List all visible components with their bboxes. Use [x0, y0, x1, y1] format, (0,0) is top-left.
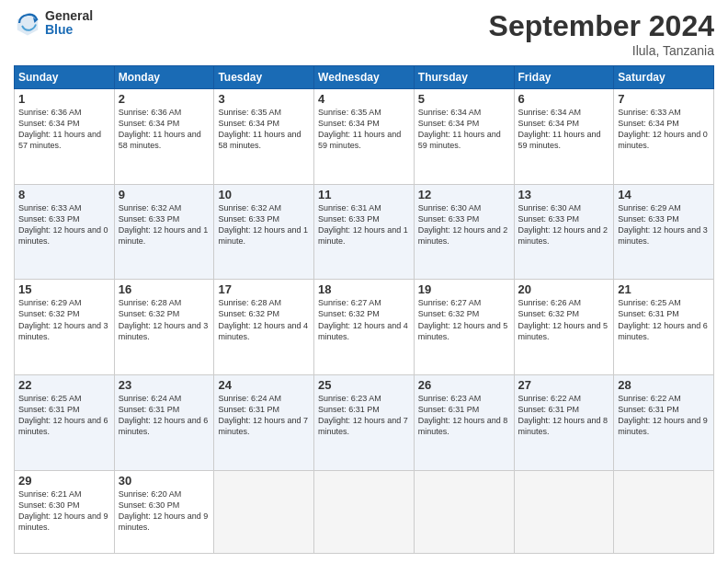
day-18-daylight: Daylight: 12 hours and 4 minutes.: [318, 321, 408, 341]
logo-blue-text: Blue: [45, 23, 93, 37]
day-info-16: Sunrise: 6:28 AM Sunset: 6:32 PM Dayligh…: [119, 297, 210, 342]
week-4-row: 22 Sunrise: 6:25 AM Sunset: 6:31 PM Dayl…: [15, 374, 714, 470]
day-26-sunrise: Sunrise: 6:23 AM: [418, 394, 482, 403]
day-13-sunrise: Sunrise: 6:30 AM: [518, 203, 582, 213]
day-number-2: 2: [119, 92, 210, 106]
header-monday: Monday: [114, 66, 214, 89]
day-number-16: 16: [119, 282, 210, 296]
day-number-13: 13: [518, 188, 610, 201]
day-26-daylight: Daylight: 12 hours and 8 minutes.: [418, 416, 508, 436]
day-25-sunset: Sunset: 6:31 PM: [318, 405, 380, 414]
day-14-daylight: Daylight: 12 hours and 3 minutes.: [618, 225, 708, 246]
week-2-row: 8 Sunrise: 6:33 AM Sunset: 6:33 PM Dayli…: [15, 184, 714, 280]
day-4-sunrise: Sunrise: 6:35 AM: [318, 108, 381, 117]
day-24-sunset: Sunset: 6:31 PM: [218, 405, 279, 414]
day-cell-24: 24 Sunrise: 6:24 AM Sunset: 6:31 PM Dayl…: [214, 374, 314, 470]
day-6-sunrise: Sunrise: 6:34 AM: [518, 108, 582, 117]
day-10-sunrise: Sunrise: 6:32 AM: [218, 203, 281, 213]
day-number-29: 29: [18, 474, 110, 488]
day-cell-16: 16 Sunrise: 6:28 AM Sunset: 6:32 PM Dayl…: [114, 280, 214, 375]
location: Ilula, Tanzania: [489, 43, 714, 58]
week-3-row: 15 Sunrise: 6:29 AM Sunset: 6:32 PM Dayl…: [15, 280, 714, 375]
day-29-sunset: Sunset: 6:30 PM: [18, 500, 80, 510]
day-cell-10: 10 Sunrise: 6:32 AM Sunset: 6:33 PM Dayl…: [214, 184, 314, 280]
day-info-8: Sunrise: 6:33 AM Sunset: 6:33 PM Dayligh…: [18, 202, 110, 247]
day-cell-27: 27 Sunrise: 6:22 AM Sunset: 6:31 PM Dayl…: [514, 374, 614, 470]
day-19-sunrise: Sunrise: 6:27 AM: [418, 298, 482, 307]
calendar-table: Sunday Monday Tuesday Wednesday Thursday…: [14, 65, 714, 554]
day-info-27: Sunrise: 6:22 AM Sunset: 6:31 PM Dayligh…: [518, 393, 610, 438]
day-cell-14: 14 Sunrise: 6:29 AM Sunset: 6:33 PM Dayl…: [614, 184, 714, 280]
month-title: September 2024: [489, 9, 714, 43]
day-number-17: 17: [218, 282, 310, 296]
day-18-sunset: Sunset: 6:32 PM: [318, 309, 380, 318]
day-cell-29: 29 Sunrise: 6:21 AM Sunset: 6:30 PM Dayl…: [15, 470, 115, 554]
empty-cell-5: [614, 470, 714, 554]
day-3-daylight: Daylight: 11 hours and 58 minutes.: [218, 130, 301, 150]
day-8-sunrise: Sunrise: 6:33 AM: [18, 203, 82, 213]
day-number-15: 15: [18, 282, 110, 296]
day-cell-25: 25 Sunrise: 6:23 AM Sunset: 6:31 PM Dayl…: [314, 374, 415, 470]
day-number-10: 10: [218, 188, 310, 201]
logo-general-text: General: [45, 9, 93, 23]
day-10-daylight: Daylight: 12 hours and 1 minute.: [218, 225, 308, 246]
day-info-22: Sunrise: 6:25 AM Sunset: 6:31 PM Dayligh…: [18, 393, 110, 438]
day-number-8: 8: [18, 188, 110, 201]
day-8-daylight: Daylight: 12 hours and 0 minutes.: [18, 225, 108, 246]
header-friday: Friday: [514, 66, 614, 89]
day-info-6: Sunrise: 6:34 AM Sunset: 6:34 PM Dayligh…: [518, 107, 610, 152]
day-23-sunrise: Sunrise: 6:24 AM: [119, 394, 182, 403]
day-3-sunrise: Sunrise: 6:35 AM: [218, 108, 281, 117]
day-4-daylight: Daylight: 11 hours and 59 minutes.: [318, 130, 401, 150]
day-21-daylight: Daylight: 12 hours and 6 minutes.: [618, 321, 708, 341]
day-cell-30: 30 Sunrise: 6:20 AM Sunset: 6:30 PM Dayl…: [114, 470, 214, 554]
day-info-26: Sunrise: 6:23 AM Sunset: 6:31 PM Dayligh…: [418, 393, 510, 438]
day-2-daylight: Daylight: 11 hours and 58 minutes.: [119, 130, 201, 150]
logo: General Blue: [14, 9, 93, 38]
day-info-25: Sunrise: 6:23 AM Sunset: 6:31 PM Dayligh…: [318, 393, 410, 438]
day-cell-3: 3 Sunrise: 6:35 AM Sunset: 6:34 PM Dayli…: [214, 89, 314, 185]
day-info-1: Sunrise: 6:36 AM Sunset: 6:34 PM Dayligh…: [18, 107, 110, 152]
day-27-daylight: Daylight: 12 hours and 8 minutes.: [518, 416, 609, 436]
day-info-11: Sunrise: 6:31 AM Sunset: 6:33 PM Dayligh…: [318, 202, 410, 247]
day-info-13: Sunrise: 6:30 AM Sunset: 6:33 PM Dayligh…: [518, 202, 610, 247]
day-29-daylight: Daylight: 12 hours and 9 minutes.: [18, 511, 108, 532]
day-cell-4: 4 Sunrise: 6:35 AM Sunset: 6:34 PM Dayli…: [314, 89, 415, 185]
day-number-3: 3: [218, 92, 310, 106]
day-7-sunset: Sunset: 6:34 PM: [618, 119, 679, 128]
day-25-daylight: Daylight: 12 hours and 7 minutes.: [318, 416, 408, 436]
day-21-sunrise: Sunrise: 6:25 AM: [618, 298, 681, 307]
day-cell-19: 19 Sunrise: 6:27 AM Sunset: 6:32 PM Dayl…: [414, 280, 514, 375]
day-number-9: 9: [119, 188, 210, 201]
day-11-sunrise: Sunrise: 6:31 AM: [318, 203, 381, 213]
title-section: September 2024 Ilula, Tanzania: [489, 9, 714, 58]
day-20-sunrise: Sunrise: 6:26 AM: [518, 298, 582, 307]
day-cell-15: 15 Sunrise: 6:29 AM Sunset: 6:32 PM Dayl…: [15, 280, 115, 375]
day-info-28: Sunrise: 6:22 AM Sunset: 6:31 PM Dayligh…: [618, 393, 710, 438]
day-cell-8: 8 Sunrise: 6:33 AM Sunset: 6:33 PM Dayli…: [15, 184, 115, 280]
day-info-19: Sunrise: 6:27 AM Sunset: 6:32 PM Dayligh…: [418, 297, 510, 342]
day-11-daylight: Daylight: 12 hours and 1 minute.: [318, 225, 408, 246]
day-number-30: 30: [119, 474, 210, 488]
day-5-sunrise: Sunrise: 6:34 AM: [418, 108, 482, 117]
day-24-daylight: Daylight: 12 hours and 7 minutes.: [218, 416, 308, 436]
day-27-sunrise: Sunrise: 6:22 AM: [518, 394, 582, 403]
day-number-6: 6: [518, 92, 610, 106]
day-info-7: Sunrise: 6:33 AM Sunset: 6:34 PM Dayligh…: [618, 107, 710, 152]
day-9-daylight: Daylight: 12 hours and 1 minute.: [119, 225, 209, 246]
day-cell-5: 5 Sunrise: 6:34 AM Sunset: 6:34 PM Dayli…: [414, 89, 514, 185]
logo-icon: [14, 9, 41, 37]
weekday-header-row: Sunday Monday Tuesday Wednesday Thursday…: [15, 66, 714, 89]
day-info-21: Sunrise: 6:25 AM Sunset: 6:31 PM Dayligh…: [618, 297, 710, 342]
day-12-sunrise: Sunrise: 6:30 AM: [418, 203, 482, 213]
header-tuesday: Tuesday: [214, 66, 314, 89]
week-1-row: 1 Sunrise: 6:36 AM Sunset: 6:34 PM Dayli…: [15, 89, 714, 185]
day-17-daylight: Daylight: 12 hours and 4 minutes.: [218, 321, 308, 341]
day-number-1: 1: [18, 92, 110, 106]
day-number-26: 26: [418, 378, 510, 392]
day-number-20: 20: [518, 282, 610, 296]
day-number-5: 5: [418, 92, 510, 106]
day-info-24: Sunrise: 6:24 AM Sunset: 6:31 PM Dayligh…: [218, 393, 310, 438]
day-17-sunrise: Sunrise: 6:28 AM: [218, 298, 281, 307]
day-number-4: 4: [318, 92, 410, 106]
